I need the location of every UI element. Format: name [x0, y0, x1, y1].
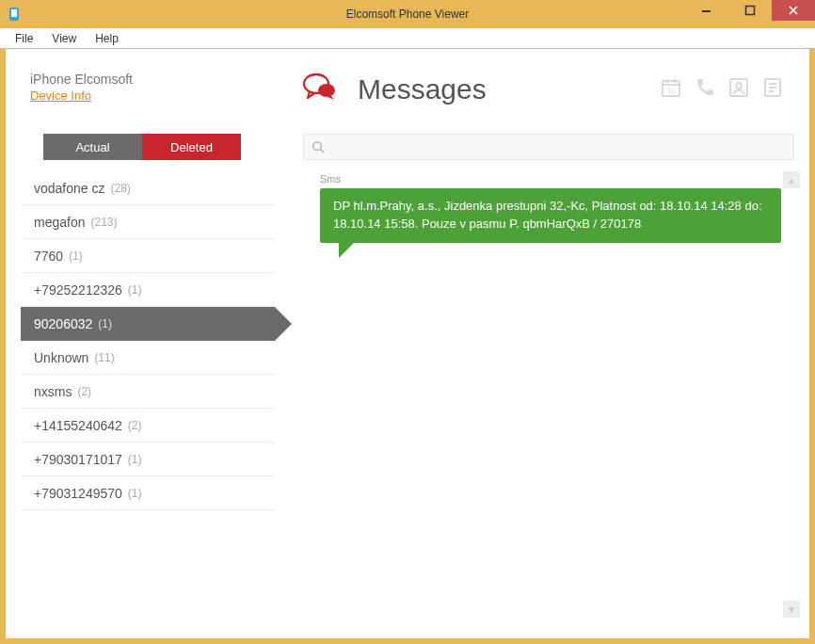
contact-count: (213) — [90, 216, 117, 229]
svg-point-5 — [318, 84, 335, 97]
contact-count: (1) — [128, 487, 142, 500]
scroll-down-button[interactable]: ▼ — [783, 601, 800, 618]
scroll-up-button[interactable]: ▲ — [783, 171, 800, 188]
device-block: iPhone Elcomsoft Device Info — [21, 64, 265, 104]
message-thread: ▲ Sms DP hl.m.Prahy, a.s., Jizdenka pres… — [303, 173, 794, 623]
contact-tabs: Actual Deleted — [43, 134, 241, 160]
notes-icon[interactable] — [760, 75, 785, 100]
tab-actual[interactable]: Actual — [43, 134, 142, 160]
contact-count: (1) — [128, 453, 142, 466]
sidebar: Actual Deleted vodafone cz(28)megafon(21… — [21, 134, 275, 623]
client-area: iPhone Elcomsoft Device Info Messages 31 — [0, 49, 815, 644]
svg-point-11 — [313, 142, 322, 151]
search-input[interactable] — [330, 140, 786, 154]
contact-count: (11) — [94, 351, 114, 364]
contact-list: vodafone cz(28)megafon(213)7760(1)+79252… — [21, 171, 275, 510]
tab-deleted[interactable]: Deleted — [142, 134, 241, 160]
svg-rect-3 — [746, 7, 755, 15]
contact-count: (28) — [111, 182, 131, 195]
phone-icon[interactable] — [693, 75, 717, 100]
menu-file[interactable]: File — [6, 30, 42, 47]
svg-text:31: 31 — [667, 87, 676, 95]
svg-rect-2 — [702, 10, 711, 12]
contact-name: +79030171017 — [34, 452, 122, 467]
contact-count: (2) — [77, 385, 91, 398]
message-type-label: Sms — [320, 173, 794, 185]
menu-view[interactable]: View — [42, 30, 86, 47]
contact-name: +79252212326 — [34, 282, 122, 298]
messages-icon — [303, 72, 339, 107]
app-window: Elcomsoft Phone Viewer File View Help iP… — [0, 0, 815, 644]
contact-item[interactable]: +79031249570(1) — [21, 476, 275, 510]
menubar: File View Help — [0, 28, 815, 49]
contact-count: (2) — [128, 419, 142, 432]
maximize-button[interactable] — [728, 0, 772, 21]
menu-help[interactable]: Help — [86, 30, 128, 47]
contact-name: +79031249570 — [34, 486, 122, 501]
contact-item[interactable]: megafon(213) — [21, 205, 275, 239]
contact-item[interactable]: +14155240642(2) — [21, 409, 275, 443]
contact-item[interactable]: 7760(1) — [21, 239, 275, 273]
content-pane: ▲ Sms DP hl.m.Prahy, a.s., Jizdenka pres… — [275, 134, 794, 623]
contact-name: 90206032 — [34, 316, 92, 331]
contact-name: 7760 — [34, 249, 63, 264]
calendar-icon[interactable]: 31 — [659, 75, 683, 100]
contact-item[interactable]: Unknown(11) — [21, 341, 275, 375]
header: Messages — [265, 64, 659, 107]
contacts-icon[interactable] — [727, 75, 751, 100]
contact-item[interactable]: +79252212326(1) — [21, 273, 275, 307]
minimize-button[interactable] — [685, 0, 728, 21]
svg-point-9 — [736, 83, 742, 89]
contact-name: megafon — [34, 215, 85, 230]
close-button[interactable] — [772, 0, 815, 21]
window-controls — [685, 0, 815, 21]
header-icons: 31 — [659, 64, 794, 100]
contact-name: vodafone cz — [34, 181, 105, 196]
device-name: iPhone Elcomsoft — [30, 72, 256, 87]
contact-item[interactable]: nxsms(2) — [21, 375, 275, 409]
message-bubble[interactable]: DP hl.m.Prahy, a.s., Jizdenka prestupni … — [320, 188, 781, 243]
page-title: Messages — [358, 73, 487, 105]
contact-count: (1) — [128, 283, 142, 297]
contact-item[interactable]: vodafone cz(28) — [21, 171, 275, 205]
titlebar[interactable]: Elcomsoft Phone Viewer — [0, 0, 815, 28]
search-icon — [312, 140, 325, 153]
contact-item[interactable]: +79030171017(1) — [21, 443, 275, 476]
contact-name: Unknown — [34, 350, 88, 365]
device-info-link[interactable]: Device Info — [30, 89, 91, 103]
search-bar[interactable] — [303, 134, 794, 160]
contact-name: +14155240642 — [34, 418, 122, 433]
contact-count: (1) — [98, 317, 112, 330]
main-row: Actual Deleted vodafone cz(28)megafon(21… — [21, 134, 794, 623]
contact-count: (1) — [69, 250, 83, 263]
top-row: iPhone Elcomsoft Device Info Messages 31 — [21, 64, 794, 107]
contact-name: nxsms — [34, 384, 72, 399]
contact-item[interactable]: 90206032(1) — [21, 307, 275, 341]
